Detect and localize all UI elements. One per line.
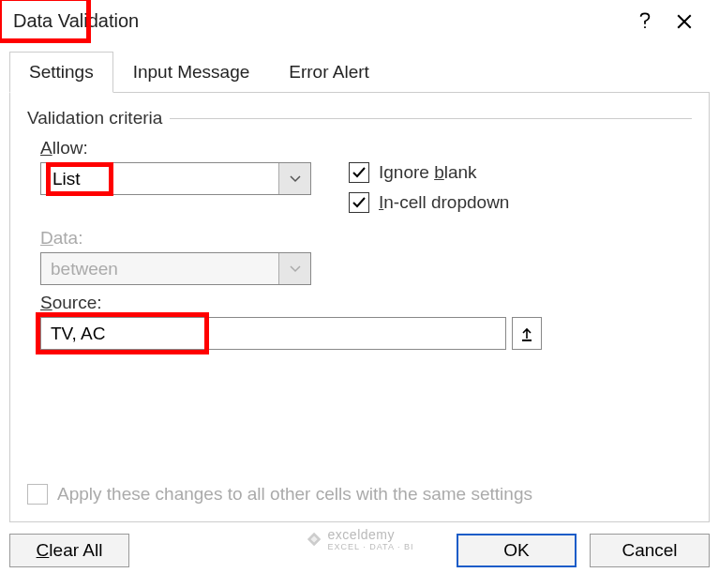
apply-to-all-checkbox: Apply these changes to all other cells w… <box>27 484 532 505</box>
ignore-blank-checkbox[interactable]: Ignore blank <box>349 162 509 183</box>
in-cell-dropdown-checkbox[interactable]: In-cell dropdown <box>349 192 509 213</box>
source-input[interactable] <box>40 317 506 350</box>
chevron-down-icon <box>278 163 310 194</box>
tab-input-message[interactable]: Input Message <box>113 52 270 92</box>
tab-bar: Settings Input Message Error Alert <box>9 52 710 93</box>
allow-select[interactable]: List <box>40 162 311 195</box>
allow-label: Allow: <box>40 138 692 158</box>
allow-select-value: List <box>41 167 278 191</box>
close-button[interactable] <box>665 3 704 40</box>
tab-content-settings: Validation criteria Allow: List Ignore <box>9 93 710 522</box>
checkbox-icon <box>349 192 369 213</box>
data-select-value: between <box>41 259 278 279</box>
cancel-button[interactable]: Cancel <box>590 534 710 567</box>
refedit-button[interactable] <box>512 317 542 350</box>
tab-error-alert[interactable]: Error Alert <box>269 52 389 92</box>
chevron-down-icon <box>278 253 310 284</box>
data-validation-dialog: Data Validation Settings Input Message E… <box>0 0 719 588</box>
collapse-dialog-icon <box>520 325 533 342</box>
data-label: Data: <box>40 228 692 249</box>
ignore-blank-label: Ignore blank <box>379 162 477 183</box>
source-label: Source: <box>40 293 692 313</box>
close-icon <box>676 13 693 30</box>
help-button[interactable] <box>625 3 665 40</box>
ok-button[interactable]: OK <box>457 534 577 567</box>
tab-settings[interactable]: Settings <box>9 52 113 93</box>
apply-to-all-label: Apply these changes to all other cells w… <box>57 484 532 505</box>
help-icon <box>638 11 652 32</box>
in-cell-dropdown-label: In-cell dropdown <box>379 192 509 213</box>
data-select: between <box>40 252 311 285</box>
svg-rect-0 <box>522 339 532 341</box>
clear-all-button[interactable]: Clear All <box>9 534 129 567</box>
checkbox-icon <box>27 484 48 505</box>
dialog-title: Data Validation <box>13 10 625 32</box>
titlebar: Data Validation <box>0 0 719 42</box>
checkbox-icon <box>349 162 369 183</box>
dialog-button-row: Clear All OK Cancel <box>0 522 719 579</box>
validation-criteria-legend: Validation criteria <box>27 108 692 128</box>
